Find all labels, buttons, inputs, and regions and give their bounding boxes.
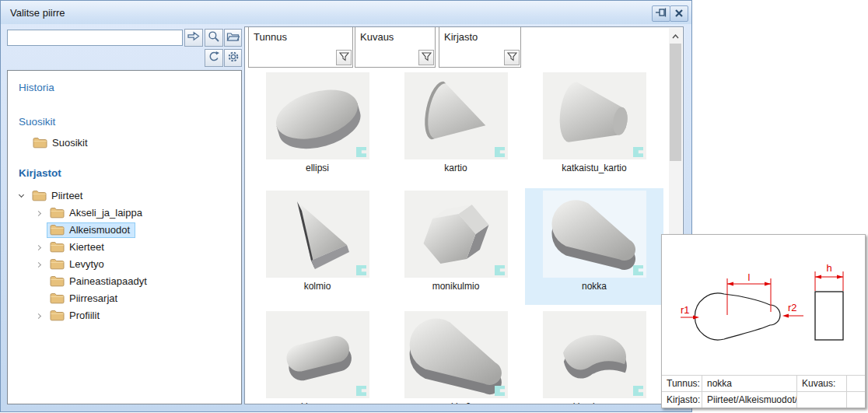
scrollbar-thumb[interactable] [670,44,681,161]
tile-label: kartio [387,163,525,173]
tile-label: nokka_kaareva [525,401,663,404]
filter-button-kuvaus[interactable] [418,50,434,65]
scrollbar-up-button[interactable] [669,28,682,41]
feature-tile-row3-2[interactable]: nokka2 [387,309,525,404]
gear-icon [227,51,240,66]
component-badge-icon [633,386,644,396]
refresh-button[interactable] [205,49,223,67]
folder-icon [226,31,240,45]
dock-pin-button[interactable] [652,5,670,22]
search-button[interactable] [205,29,223,47]
funnel-icon [421,51,432,65]
component-badge-icon [356,147,367,157]
thumbnail-nokka_suora[interactable] [266,311,369,398]
folder-icon [50,292,65,304]
column-header-kuvaus[interactable]: Kuvaus [355,27,435,43]
close-button[interactable] [670,5,688,22]
tree-item-akseli-ja-laippa[interactable]: Akseli_ja_laippa [36,205,148,222]
preview-info-row: Kirjasto: Piirteet/Alkeismuodot/ [662,391,865,408]
window-title: Valitse piirre [10,7,65,19]
shape-render [266,149,369,162]
feature-tile-ellipsi[interactable]: ellipsi [248,70,387,187]
dim-label-h: h [826,262,831,274]
shape-render [266,387,369,401]
preview-empty-cell [797,392,847,408]
component-badge-icon [633,265,644,275]
sidebar-item-favorites[interactable]: Suosikit [19,116,55,128]
chevron-right-icon[interactable] [36,210,43,217]
tree-item-alkeismuodot[interactable]: Alkeismuodot [36,222,135,239]
tree-item-piirresarjat[interactable]: Piirresarjat [36,290,123,307]
browse-folder-button[interactable] [224,29,242,47]
preview-kuvaus-label: Kuvaus: [797,376,847,391]
library-tree: Historia Suosikit Suosikit Kirjastot Pii… [7,70,242,404]
tile-label: nokka_suora [248,401,387,404]
chevron-down-icon[interactable] [18,193,25,200]
chevron-right-icon[interactable] [36,261,43,268]
thumbnail-nokka[interactable] [543,191,646,278]
dim-label-r2: r2 [788,302,797,313]
thumbnail-monikulmio[interactable] [404,191,508,278]
preview-info-row: Tunnus: nokka Kuvaus: [662,375,865,391]
tile-label: monikulmio [387,281,525,292]
chevron-right-icon[interactable] [36,244,43,251]
select-feature-dialog: Valitse piirre [0,0,692,412]
chevron-right-icon[interactable] [36,313,43,320]
shape-render [404,387,508,401]
magnifier-icon [208,30,220,46]
thumbnail-nokka_kaareva[interactable] [543,311,646,398]
feature-tile-row3-3[interactable]: nokka_kaareva [525,309,663,404]
component-badge-icon [356,386,367,396]
tree-item-paineastiapaadyt[interactable]: Paineastiapaadyt [36,273,152,290]
tile-label: katkaistu_kartio [525,163,663,173]
thumbnail-nokka2[interactable] [404,311,508,398]
preview-kuvaus-value [847,376,865,391]
settings-button[interactable] [224,49,242,67]
filter-button-kirjasto[interactable] [504,50,520,65]
filter-button-tunnus[interactable] [336,50,352,65]
shape-render [266,267,369,280]
preview-tunnus-label: Tunnus: [662,376,702,391]
close-icon [674,7,684,21]
tree-item-piirteet[interactable]: Piirteet [18,187,88,205]
folder-icon [50,241,65,253]
shape-render [543,387,646,401]
thumbnail-katkaistu_kartio[interactable] [543,72,646,159]
column-kuvaus: Kuvaus [355,27,436,68]
tree-item-levytyo[interactable]: Levytyo [36,256,110,273]
feature-grid: ellipsi kartio katkaistu_kartio kolmio m… [245,68,671,404]
column-header-tunnus[interactable]: Tunnus [249,27,352,43]
tile-label: kolmio [248,281,387,292]
preview-kirjasto-label: Kirjasto: [662,392,702,408]
sidebar-item-history[interactable]: Historia [19,82,54,93]
folder-icon [50,275,65,287]
go-button[interactable] [184,29,203,47]
thumbnail-kolmio[interactable] [266,191,369,278]
component-badge-icon [495,147,506,157]
tree-item-profiilit[interactable]: Profiilit [36,307,105,324]
feature-tile-kartio[interactable]: kartio [387,70,525,187]
thumbnail-kartio[interactable] [404,72,508,159]
feature-list-panel: Tunnus Kuvaus Kirjasto ellipsi [244,26,684,404]
tree-item-kierteet[interactable]: Kierteet [36,239,110,256]
folder-icon [50,258,65,270]
feature-tile-kolmio[interactable]: kolmio [248,188,387,305]
titlebar[interactable]: Valitse piirre [1,1,691,24]
refresh-icon [208,51,220,66]
feature-tile-monikulmio[interactable]: monikulmio [387,188,525,305]
thumbnail-ellipsi[interactable] [266,72,369,159]
feature-tile-katkaistu-kartio[interactable]: katkaistu_kartio [525,70,663,187]
sidebar-item-libraries[interactable]: Kirjastot [19,167,61,179]
search-input[interactable] [7,30,183,46]
tree-item-suosikit[interactable]: Suosikit [30,135,93,152]
feature-tile-row3-1[interactable]: nokka_suora [248,309,387,404]
feature-tile-nokka[interactable]: nokka [525,188,663,305]
dim-label-r1: r1 [681,304,690,316]
tile-label: nokka2 [387,401,525,404]
component-badge-icon [495,265,506,275]
shape-render [404,267,508,280]
preview-empty-cell [847,392,865,408]
tile-label: ellipsi [248,163,387,173]
column-header-kirjasto[interactable]: Kirjasto [439,27,520,43]
shape-render [543,267,646,280]
